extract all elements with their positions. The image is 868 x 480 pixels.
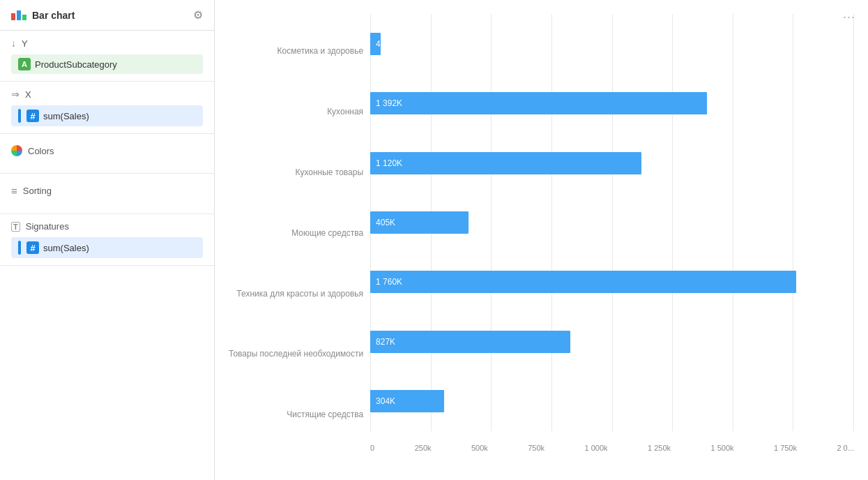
bar-row: 44K — [370, 27, 854, 61]
chart-content: Косметика и здоровьеКухоннаяКухонные тов… — [229, 14, 854, 452]
chart-area: ··· Косметика и здоровьеКухоннаяКухонные… — [215, 0, 868, 480]
y-label-text: Y — [22, 38, 28, 49]
y-section-label: ↓ Y — [11, 38, 203, 49]
bar[interactable]: 44K — [370, 33, 381, 55]
bar-chart-icon — [11, 10, 26, 20]
bar-value-label: 827K — [376, 337, 395, 347]
bar-row: 1 392K — [370, 86, 854, 121]
y-axis-label: Техника для красоты и здоровья — [229, 289, 363, 299]
bar[interactable]: 304K — [370, 390, 443, 412]
sidebar-title: Bar chart — [32, 10, 75, 21]
y-axis-label: Косметика и здоровье — [229, 46, 363, 56]
y-field-icon: A — [18, 58, 31, 70]
sorting-section: ≡ Sorting — [0, 174, 214, 214]
sorting-label-text: Sorting — [23, 186, 52, 196]
sorting-section-label: ≡ Sorting — [11, 185, 203, 197]
y-field-pill[interactable]: A ProductSubcategory — [11, 54, 203, 74]
colors-label-text: Colors — [28, 146, 54, 156]
bar-value-label: 1 120K — [376, 158, 402, 168]
bar-row: 304K — [370, 384, 854, 419]
sidebar-title-row: Bar chart — [11, 10, 75, 21]
y-axis-label: Кухонная — [229, 107, 363, 117]
x-section-label: ⇒ X — [11, 89, 203, 100]
gear-icon[interactable]: ⚙ — [193, 8, 203, 22]
signatures-field-pill[interactable]: # sum(Sales) — [11, 237, 203, 258]
y-axis-label: Моющие средства — [229, 228, 363, 238]
colors-icon — [11, 145, 22, 156]
y-section: ↓ Y A ProductSubcategory — [0, 31, 214, 82]
x-field-name: sum(Sales) — [43, 111, 89, 121]
colors-section-label: Colors — [11, 145, 203, 156]
signatures-field-bar — [18, 241, 21, 255]
bar-row: 1 760K — [370, 264, 854, 299]
y-axis-labels: Косметика и здоровьеКухоннаяКухонные тов… — [229, 14, 370, 452]
x-field-bar — [18, 109, 21, 123]
y-axis-label: Чистящие средства — [229, 410, 363, 419]
bar[interactable]: 827K — [370, 331, 570, 353]
x-section: ⇒ X # sum(Sales) — [0, 82, 214, 134]
bars-and-grid: 44K1 392K1 120K405K1 760K827K304K 0250k5… — [370, 14, 854, 452]
bar[interactable]: 405K — [370, 211, 469, 234]
sorting-icon: ≡ — [11, 185, 17, 197]
x-field-icon: # — [26, 110, 39, 122]
y-axis-label: Кухонные товары — [229, 167, 363, 177]
bar-value-label: 1 392K — [376, 98, 402, 108]
sidebar-header: Bar chart ⚙ — [0, 0, 214, 31]
signatures-icon: T — [11, 222, 20, 232]
x-field-pill[interactable]: # sum(Sales) — [11, 105, 203, 126]
bar-row: 827K — [370, 324, 854, 359]
y-axis-label: Товары последней необходимости — [229, 349, 363, 359]
bar-value-label: 405K — [376, 218, 395, 227]
bar-value-label: 1 760K — [376, 277, 402, 287]
signatures-section-label: T Signatures — [11, 221, 203, 232]
bar-row: 405K — [370, 205, 854, 240]
bars-container: 44K1 392K1 120K405K1 760K827K304K — [370, 14, 854, 452]
bar-value-label: 304K — [376, 396, 395, 406]
x-label-text: X — [25, 89, 31, 100]
signatures-field-icon: # — [26, 241, 39, 254]
y-field-name: ProductSubcategory — [35, 59, 117, 70]
y-axis-icon: ↓ — [11, 38, 16, 49]
signatures-field-name: sum(Sales) — [43, 243, 89, 253]
sidebar: Bar chart ⚙ ↓ Y A ProductSubcategory ⇒ X… — [0, 0, 215, 480]
bar[interactable]: 1 392K — [370, 92, 707, 114]
x-axis-icon: ⇒ — [11, 89, 20, 100]
bar-value-label: 44K — [376, 39, 390, 49]
colors-section: Colors — [0, 134, 214, 174]
bar[interactable]: 1 120K — [370, 152, 641, 174]
bar-row: 1 120K — [370, 146, 854, 181]
signatures-section: T Signatures # sum(Sales) — [0, 214, 214, 266]
bar[interactable]: 1 760K — [370, 271, 796, 293]
signatures-label-text: Signatures — [26, 221, 69, 232]
